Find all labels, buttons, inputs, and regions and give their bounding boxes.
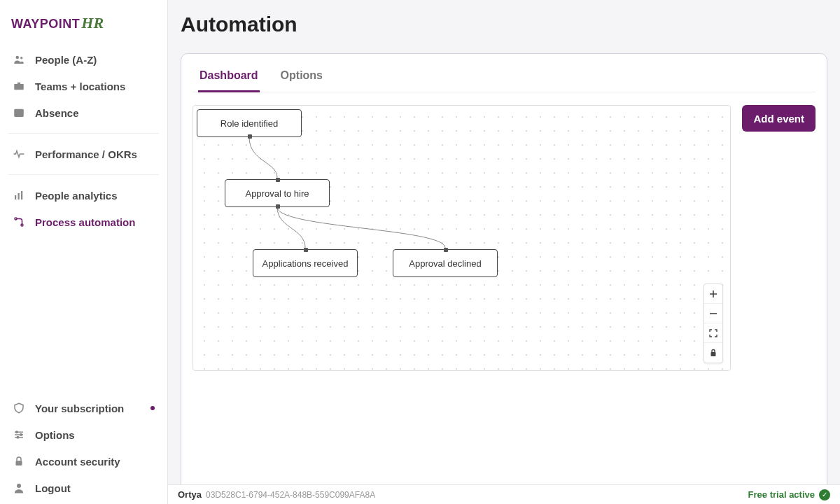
chart-icon (13, 189, 25, 202)
pulse-icon (13, 148, 25, 160)
nav-label: Process automation (35, 216, 135, 228)
page-title: Automation (168, 0, 840, 49)
flow-icon (13, 216, 25, 228)
svg-point-15 (17, 484, 21, 488)
nav-divider (8, 174, 159, 175)
nav-group-mid2: People analytics Process automation (0, 179, 167, 238)
nav-label: Absence (35, 107, 79, 119)
sidebar: WAYPOINTHR People (A-Z) Teams + location… (0, 0, 168, 504)
node-port[interactable] (276, 178, 280, 182)
node-port[interactable] (304, 248, 308, 252)
flow-node-approval-declined[interactable]: Approval declined (393, 249, 498, 277)
node-label: Role identified (220, 118, 278, 129)
nav-spacer (0, 238, 167, 392)
nav-label: Options (35, 429, 75, 441)
work-row: Role identified Approval to hire Applica… (192, 105, 816, 492)
lock-icon (13, 455, 25, 468)
nav-label: Performance / OKRs (35, 148, 137, 160)
nav-group-mid1: Performance / OKRs (0, 138, 167, 170)
nav-logout[interactable]: Logout (0, 475, 167, 501)
svg-point-13 (17, 437, 18, 438)
svg-point-9 (15, 218, 17, 220)
tab-dashboard[interactable]: Dashboard (198, 62, 260, 92)
zoom-out-button[interactable] (704, 304, 722, 323)
nav-teams[interactable]: Teams + locations (0, 73, 167, 99)
svg-point-12 (20, 434, 22, 435)
nav-security[interactable]: Account security (0, 448, 167, 475)
flow-edges (193, 106, 730, 370)
node-port[interactable] (248, 134, 252, 139)
check-icon: ✓ (819, 489, 830, 500)
node-port[interactable] (444, 248, 448, 252)
nav-label: Logout (35, 482, 71, 494)
nav-group-top: People (A-Z) Teams + locations Absence (0, 43, 167, 129)
app-logo: WAYPOINTHR (0, 0, 167, 43)
svg-point-0 (16, 56, 20, 59)
nav-label: People (A-Z) (35, 54, 97, 66)
tab-bar: Dashboard Options (192, 62, 816, 92)
node-label: Approval to hire (245, 188, 309, 199)
flow-node-applications-received[interactable]: Applications received (253, 249, 358, 277)
nav-divider (8, 133, 159, 134)
zoom-controls (704, 284, 723, 363)
node-port[interactable] (276, 204, 280, 209)
nav-analytics[interactable]: People analytics (0, 182, 167, 209)
nav-people[interactable]: People (A-Z) (0, 46, 167, 73)
svg-point-1 (20, 57, 22, 59)
zoom-in-button[interactable] (704, 284, 722, 304)
nav-label: Teams + locations (35, 80, 125, 92)
tab-options[interactable]: Options (279, 62, 324, 92)
status-bar: Ortya 03D528C1-6794-452A-848B-559C099AFA… (168, 484, 840, 504)
logo-word-2: HR (81, 14, 104, 31)
svg-rect-16 (711, 352, 716, 356)
svg-rect-7 (18, 193, 20, 200)
nav-subscription[interactable]: Your subscription (0, 395, 167, 421)
nav-process-automation[interactable]: Process automation (0, 209, 167, 235)
org-uuid: 03D528C1-6794-452A-848B-559C099AFA8A (206, 490, 375, 500)
svg-point-11 (16, 431, 18, 433)
svg-rect-2 (14, 84, 24, 90)
node-label: Applications received (262, 258, 349, 269)
lock-button[interactable] (704, 343, 722, 363)
nav-options[interactable]: Options (0, 421, 167, 448)
svg-rect-8 (21, 191, 22, 200)
fit-screen-button[interactable] (704, 323, 722, 343)
nav-label: Your subscription (35, 402, 124, 414)
nav-absence[interactable]: Absence (0, 99, 167, 126)
flow-node-approval-to-hire[interactable]: Approval to hire (225, 179, 330, 207)
svg-rect-6 (15, 195, 16, 200)
trial-status: Free trial active (748, 489, 815, 500)
shield-icon (13, 402, 25, 414)
calendar-icon (13, 106, 25, 119)
svg-rect-5 (14, 109, 24, 111)
nav-label: Account security (35, 456, 120, 468)
sliders-icon (13, 428, 25, 441)
flow-canvas[interactable]: Role identified Approval to hire Applica… (192, 105, 731, 371)
user-icon (13, 482, 25, 494)
svg-rect-14 (16, 461, 22, 465)
nav-label: People analytics (35, 190, 118, 202)
svg-point-10 (21, 224, 23, 226)
people-icon (13, 53, 25, 66)
main: Automation Dashboard Options Role identi… (168, 0, 840, 504)
svg-rect-3 (18, 83, 21, 84)
org-name: Ortya (178, 489, 202, 500)
flow-node-role-identified[interactable]: Role identified (197, 109, 302, 137)
node-label: Approval declined (409, 258, 481, 269)
logo-word-1: WAYPOINT (11, 17, 80, 31)
nav-performance[interactable]: Performance / OKRs (0, 141, 167, 167)
automation-card: Dashboard Options Role identified Approv… (181, 53, 827, 504)
nav-group-bottom: Your subscription Options Account securi… (0, 392, 167, 504)
notification-dot-icon (150, 406, 155, 410)
add-event-button[interactable]: Add event (742, 105, 816, 132)
briefcase-icon (13, 80, 25, 92)
